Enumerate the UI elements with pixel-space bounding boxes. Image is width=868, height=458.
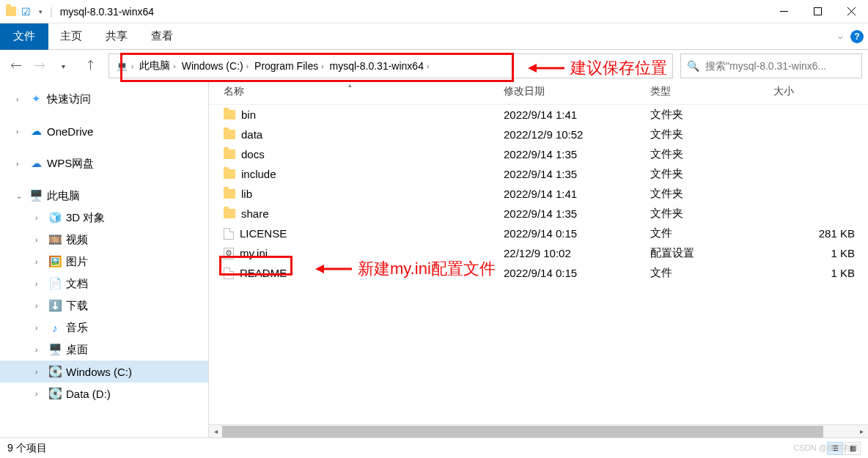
sidebar-item[interactable]: ›💽Data (D:) [0, 383, 208, 405]
scroll-right-icon[interactable]: ▸ [855, 426, 868, 437]
sidebar-item-label: 视频 [66, 233, 88, 247]
window-title: mysql-8.0.31-winx64 [57, 6, 154, 18]
folder-icon [6, 7, 16, 17]
file-date: 2022/9/14 1:35 [504, 168, 650, 180]
breadcrumb-item[interactable]: mysql-8.0.31-winx64› [327, 54, 433, 78]
cloud-icon: ☁ [29, 125, 43, 138]
sidebar-item[interactable]: ›📄文档 [0, 273, 208, 295]
column-name[interactable]: 名称 [224, 85, 504, 98]
sidebar-icon: ♪ [48, 321, 62, 334]
file-row[interactable]: data 2022/12/9 10:52 文件夹 [209, 125, 868, 144]
sidebar-item[interactable]: ›🖼️图片 [0, 251, 208, 273]
tab-view[interactable]: 查看 [139, 23, 185, 50]
ribbon: 文件 主页 共享 查看 ⌵ ? [0, 23, 868, 50]
sidebar-quick-access[interactable]: ›✦ 快速访问 [0, 88, 208, 110]
close-button[interactable] [834, 0, 868, 23]
folder-icon [224, 189, 235, 199]
folder-icon [224, 149, 235, 159]
file-name: lib [241, 188, 252, 200]
sidebar-thispc[interactable]: ⌄🖥️ 此电脑 [0, 185, 208, 207]
file-name: bin [241, 108, 256, 121]
sidebar-item-label: 图片 [66, 255, 88, 269]
file-icon [224, 267, 234, 279]
tab-share[interactable]: 共享 [94, 23, 139, 50]
file-name: data [241, 128, 262, 141]
sidebar-item[interactable]: ›⬇️下载 [0, 295, 208, 317]
sidebar-item-label: Data (D:) [66, 388, 111, 400]
maximize-button[interactable] [801, 0, 834, 23]
sidebar-item-label: 此电脑 [47, 189, 80, 203]
file-list: bin 2022/9/14 1:41 文件夹 data 2022/12/9 10… [209, 105, 868, 424]
file-row[interactable]: LICENSE 2022/9/14 0:15 文件 281 KB [209, 224, 868, 243]
file-name: docs [241, 148, 265, 160]
folder-icon [224, 130, 235, 139]
help-icon[interactable]: ? [850, 30, 864, 43]
file-type: 文件夹 [650, 108, 773, 122]
column-type[interactable]: 类型 [650, 85, 773, 98]
file-type: 文件 [650, 266, 773, 280]
search-icon: 🔍 [687, 60, 699, 72]
status-text: 9 个项目 [7, 442, 47, 455]
sidebar-icon: 🖥️ [48, 343, 62, 356]
file-icon [224, 228, 234, 240]
nav-back-button[interactable]: 🡐 [6, 56, 26, 76]
file-type: 文件夹 [650, 147, 773, 161]
breadcrumb-item[interactable]: 此电脑› [136, 54, 178, 78]
sidebar-item[interactable]: ›🎞️视频 [0, 229, 208, 251]
sidebar-item-label: 3D 对象 [66, 211, 105, 225]
sidebar-icon: 📄 [48, 277, 62, 290]
file-row[interactable]: lib 2022/9/14 1:41 文件夹 [209, 184, 868, 204]
navbar: 🡐 🡒 ▾ 🡑 💻› 此电脑›Windows (C:)›Program File… [0, 50, 868, 82]
file-name: share [241, 207, 269, 220]
sidebar-onedrive[interactable]: ›☁ OneDrive [0, 120, 208, 142]
file-name: include [241, 168, 276, 180]
sidebar-wps[interactable]: ›☁ WPS网盘 [0, 152, 208, 174]
file-date: 2022/12/9 10:52 [504, 128, 650, 141]
sidebar-item[interactable]: ›♪音乐 [0, 317, 208, 339]
titlebar: ☑ ▾ | mysql-8.0.31-winx64 [0, 0, 868, 23]
qat-checkbox-icon[interactable]: ☑ [21, 7, 31, 17]
search-box[interactable]: 🔍 [680, 53, 862, 78]
tab-file[interactable]: 文件 [0, 23, 48, 50]
file-row[interactable]: bin 2022/9/14 1:41 文件夹 [209, 105, 868, 125]
statusbar: 9 个项目 ☰ ▦ [0, 437, 868, 458]
sidebar-item-label: Windows (C:) [66, 366, 132, 378]
file-date: 2022/9/14 0:15 [504, 227, 650, 240]
ribbon-expand-icon[interactable]: ⌵ [838, 32, 843, 41]
qat-dropdown-icon[interactable]: ▾ [35, 7, 45, 17]
horizontal-scrollbar[interactable]: ◂ ▸ [209, 424, 868, 437]
breadcrumb[interactable]: 💻› 此电脑›Windows (C:)›Program Files›mysql-… [108, 53, 673, 78]
nav-forward-button[interactable]: 🡒 [29, 56, 50, 76]
file-row[interactable]: share 2022/9/14 1:35 文件夹 [209, 204, 868, 224]
file-date: 2022/9/14 1:41 [504, 108, 650, 121]
file-type: 文件 [650, 226, 773, 240]
file-date: 2022/9/14 1:35 [504, 207, 650, 220]
file-row[interactable]: docs 2022/9/14 1:35 文件夹 [209, 144, 868, 164]
search-input[interactable] [705, 60, 856, 72]
column-date[interactable]: 修改日期 [504, 85, 650, 98]
tab-home[interactable]: 主页 [48, 23, 94, 50]
sidebar-item[interactable]: ›🖥️桌面 [0, 339, 208, 361]
file-row[interactable]: README 2022/9/14 0:15 文件 1 KB [209, 263, 868, 283]
minimize-button[interactable] [767, 0, 801, 23]
breadcrumb-item[interactable]: Windows (C:)› [179, 54, 251, 78]
file-row[interactable]: include 2022/9/14 1:35 文件夹 [209, 164, 868, 184]
sidebar-icon: ⬇️ [48, 299, 62, 312]
scroll-left-icon[interactable]: ◂ [209, 426, 222, 437]
column-headers[interactable]: 名称 修改日期 类型 大小 ▴ [209, 82, 868, 105]
sidebar-item-label: OneDrive [47, 125, 93, 138]
sidebar-item-label: 快速访问 [47, 92, 91, 106]
sort-indicator-icon: ▴ [348, 81, 352, 89]
file-date: 2022/9/14 0:15 [504, 267, 650, 279]
sidebar-item-label: 下载 [66, 299, 88, 313]
nav-up-button[interactable]: 🡑 [81, 56, 101, 76]
svg-rect-1 [814, 8, 821, 15]
breadcrumb-item[interactable]: Program Files› [251, 54, 326, 78]
file-row[interactable]: ⚙my.ini 22/12/9 10:02 配置设置 1 KB [209, 243, 868, 263]
column-size[interactable]: 大小 [773, 85, 868, 98]
nav-recent-button[interactable]: ▾ [53, 56, 73, 76]
file-type: 文件夹 [650, 128, 773, 141]
sidebar-icon: 🖼️ [48, 255, 62, 268]
sidebar-item[interactable]: ›💽Windows (C:) [0, 361, 208, 383]
sidebar-item[interactable]: ›🧊3D 对象 [0, 207, 208, 229]
